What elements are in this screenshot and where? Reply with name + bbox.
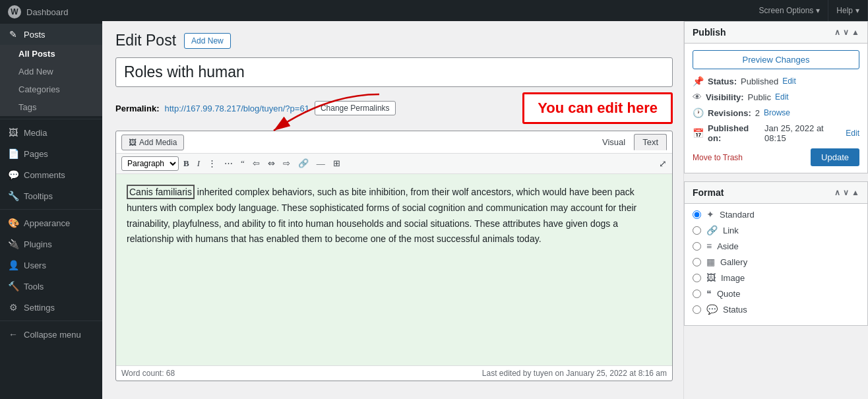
format-toolbar: Paragraph B I ⋮ ⋯ “ ⇦ ⇔ ⇨ 🔗 — ⊞ ⤢ xyxy=(116,154,672,174)
screen-options-btn[interactable]: Screen Options ▾ xyxy=(751,0,829,21)
sidebar-item-posts[interactable]: ✎ Posts xyxy=(0,24,102,45)
format-option-image[interactable]: 🖼 Image xyxy=(693,272,859,283)
quote-button[interactable]: “ xyxy=(237,157,248,170)
revisions-icon: 🕐 xyxy=(693,107,704,118)
submenu-add-new[interactable]: Add New xyxy=(0,63,102,80)
post-title-input[interactable] xyxy=(115,57,673,87)
collapse-icon: ▲ xyxy=(852,188,859,197)
link-icon: 🔗 xyxy=(706,225,718,235)
wp-icon: W xyxy=(8,5,21,18)
revisions-row: 🕐 Revisions: 2 Browse xyxy=(693,107,859,118)
format-panel-chevrons[interactable]: ∧ ∨ ▲ xyxy=(834,188,859,197)
image-label: Image xyxy=(721,273,745,283)
publish-actions: Move to Trash Update xyxy=(693,148,859,166)
align-left-button[interactable]: ⇦ xyxy=(249,157,263,170)
format-radio-status[interactable] xyxy=(693,305,701,314)
quote-label: Quote xyxy=(717,289,740,299)
publish-panel: Publish ∧ ∨ ▲ Preview Changes 📌 Status: … xyxy=(684,21,868,173)
publish-panel-chevrons[interactable]: ∧ ∨ ▲ xyxy=(834,28,859,37)
format-radio-gallery[interactable] xyxy=(693,258,701,266)
sidebar-item-plugins[interactable]: 🔌 Plugins xyxy=(0,233,102,255)
tab-visual[interactable]: Visual xyxy=(594,134,634,150)
sidebar: W Dashboard ✎ Posts All Posts Add New Ca… xyxy=(0,0,102,399)
visibility-label: Visibility: xyxy=(706,92,744,102)
revisions-label: Revisions: xyxy=(708,108,751,118)
main-content: Edit Post Add New Permalink: http://167.… xyxy=(102,21,683,399)
sidebar-item-media[interactable]: 🖼 Media xyxy=(0,122,102,143)
expand-button[interactable]: ⤢ xyxy=(659,158,667,169)
tooltips-icon: 🔧 xyxy=(8,191,18,201)
format-option-gallery[interactable]: ▦ Gallery xyxy=(693,257,859,267)
sidebar-item-appearance[interactable]: 🎨 Appearance xyxy=(0,212,102,233)
visibility-row: 👁 Visibility: Public Edit xyxy=(693,92,859,102)
format-option-standard[interactable]: ✦ Standard xyxy=(693,209,859,220)
tools-icon: 🔨 xyxy=(8,281,18,292)
status-label: Status: xyxy=(708,77,737,86)
status-edit-link[interactable]: Edit xyxy=(782,77,796,86)
add-new-button[interactable]: Add New xyxy=(184,33,231,49)
format-panel-title: Format xyxy=(693,187,724,198)
align-center-button[interactable]: ⇔ xyxy=(264,157,278,170)
tab-text[interactable]: Text xyxy=(634,134,667,150)
sidebar-item-comments[interactable]: 💬 Comments xyxy=(0,164,102,185)
sidebar-item-tooltips[interactable]: 🔧 Tooltips xyxy=(0,185,102,206)
submenu-categories[interactable]: Categories xyxy=(0,80,102,98)
settings-icon: ⚙ xyxy=(8,302,18,313)
format-radio-link[interactable] xyxy=(693,226,701,235)
italic-button[interactable]: I xyxy=(194,157,203,170)
chevron-down-icon: ▾ xyxy=(816,6,820,15)
ul-button[interactable]: ⋮ xyxy=(204,157,220,170)
aside-label: Aside xyxy=(717,241,739,251)
quote-format-icon: ❝ xyxy=(706,288,712,299)
page-header: Edit Post Add New xyxy=(115,32,673,49)
visibility-edit-link[interactable]: Edit xyxy=(775,92,789,102)
posts-submenu: All Posts Add New Categories Tags xyxy=(0,45,102,116)
format-radio-standard[interactable] xyxy=(693,210,701,219)
editor-content[interactable]: Canis familiaris inherited complex behav… xyxy=(116,174,672,365)
chevron-up-icon: ∧ xyxy=(834,188,840,197)
sidebar-item-tools[interactable]: 🔨 Tools xyxy=(0,276,102,297)
status-format-icon: 💬 xyxy=(706,304,718,315)
aside-icon: ≡ xyxy=(706,241,712,251)
sidebar-item-pages[interactable]: 📄 Pages xyxy=(0,143,102,164)
format-option-quote[interactable]: ❝ Quote xyxy=(693,288,859,299)
submenu-all-posts[interactable]: All Posts xyxy=(0,45,102,63)
word-count-label: Word count: xyxy=(121,369,164,378)
sidebar-item-settings[interactable]: ⚙ Settings xyxy=(0,297,102,318)
add-media-button[interactable]: 🖼 Add Media xyxy=(121,135,184,150)
paragraph-select[interactable]: Paragraph xyxy=(121,156,179,171)
published-edit-link[interactable]: Edit xyxy=(846,129,859,138)
link-button[interactable]: 🔗 xyxy=(295,157,312,170)
format-radio-quote[interactable] xyxy=(693,290,701,298)
sidebar-item-users[interactable]: 👤 Users xyxy=(0,255,102,276)
ol-button[interactable]: ⋯ xyxy=(221,157,236,170)
sidebar-item-dashboard-label: Dashboard xyxy=(26,7,69,17)
submenu-tags[interactable]: Tags xyxy=(0,98,102,116)
format-radio-aside[interactable] xyxy=(693,242,701,251)
chevron-down-icon: ∨ xyxy=(843,188,849,197)
chevron-down-icon: ∨ xyxy=(843,28,849,37)
hr-button[interactable]: — xyxy=(313,157,328,170)
format-radio-image[interactable] xyxy=(693,274,701,282)
users-icon: 👤 xyxy=(8,260,18,270)
format-option-link[interactable]: 🔗 Link xyxy=(693,225,859,235)
update-button[interactable]: Update xyxy=(811,148,859,166)
help-btn[interactable]: Help ▾ xyxy=(828,0,868,21)
format-option-aside[interactable]: ≡ Aside xyxy=(693,241,859,251)
right-sidebar: Publish ∧ ∨ ▲ Preview Changes 📌 Status: … xyxy=(683,21,868,399)
format-panel-header: Format ∧ ∨ ▲ xyxy=(685,182,867,204)
calendar-icon: 📅 xyxy=(693,128,704,138)
move-to-trash-link[interactable]: Move to Trash xyxy=(693,153,743,162)
format-options: ✦ Standard 🔗 Link ≡ Aside ▦ Gallery 🖼 xyxy=(685,204,867,325)
align-right-button[interactable]: ⇨ xyxy=(280,157,294,170)
bold-button[interactable]: B xyxy=(180,157,193,170)
comments-icon: 💬 xyxy=(8,169,18,180)
table-button[interactable]: ⊞ xyxy=(330,157,344,170)
chevron-up-icon: ∧ xyxy=(834,28,840,37)
collapse-icon: ← xyxy=(8,329,18,340)
format-option-status[interactable]: 💬 Status xyxy=(693,304,859,315)
revisions-browse-link[interactable]: Browse xyxy=(764,108,790,117)
preview-changes-button[interactable]: Preview Changes xyxy=(693,50,859,69)
sidebar-item-collapse[interactable]: ← Collapse menu xyxy=(0,324,102,345)
last-edited-text: Last edited by tuyen on January 25, 2022… xyxy=(482,369,667,378)
